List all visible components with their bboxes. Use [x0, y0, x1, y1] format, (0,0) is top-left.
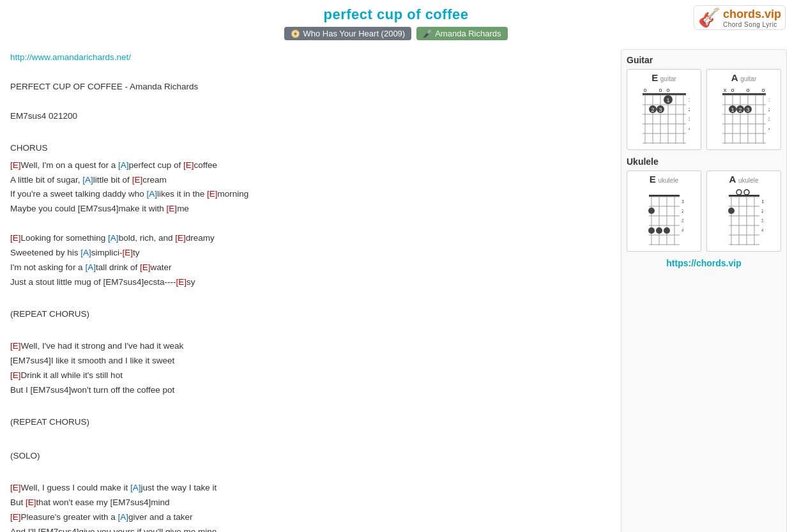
chord-e-2[interactable]: [E] [183, 160, 194, 170]
chord-a-8[interactable]: [A] [118, 512, 128, 522]
chord-e-13[interactable]: [E] [10, 483, 21, 492]
chord-e-10[interactable]: [E] [176, 277, 187, 287]
artist-icon: 🎤 [423, 29, 432, 38]
svg-text:4fr: 4fr [689, 126, 690, 132]
svg-text:4fr: 4fr [761, 227, 763, 233]
chord-a-5[interactable]: [A] [80, 248, 91, 257]
guitar-a-diagram: A guitar x o o o [706, 69, 781, 150]
guitar-a-name: A [731, 72, 738, 83]
svg-text:1fr: 1fr [768, 97, 770, 103]
guitar-a-svg: x o o o [719, 83, 770, 147]
svg-text:3fr: 3fr [761, 218, 763, 224]
artist-tag[interactable]: 🎤 Amanda Richards [416, 27, 507, 40]
chord-e-4[interactable]: [E] [207, 189, 218, 199]
svg-text:1fr: 1fr [682, 199, 683, 204]
lyric-line-11: [E]Drink it all while it's still hot [10, 369, 616, 383]
ukulele-e-type: ukulele [658, 177, 678, 184]
chord-a-7[interactable]: [A] [130, 483, 141, 492]
solo-label: (SOLO) [10, 449, 616, 464]
chord-a-2[interactable]: [A] [82, 175, 93, 185]
chord-e-12[interactable]: [E] [10, 370, 21, 380]
svg-text:3fr: 3fr [689, 116, 690, 122]
svg-point-69 [648, 227, 655, 234]
svg-text:1fr: 1fr [761, 199, 763, 204]
main-layout: http://www.amandarichards.net/ PERFECT C… [0, 44, 792, 532]
chord-e-5[interactable]: [E] [167, 204, 178, 213]
header-tags: 📀 Who Has Your Heart (2009) 🎤 Amanda Ric… [0, 27, 792, 40]
album-tag[interactable]: 📀 Who Has Your Heart (2009) [284, 27, 411, 40]
panel-site-url[interactable]: https://chords.vip [627, 258, 781, 268]
guitar-label: Guitar [627, 55, 781, 65]
chord-e-11[interactable]: [E] [10, 341, 21, 351]
chord-a-3[interactable]: [A] [146, 189, 157, 199]
svg-point-73 [744, 190, 749, 195]
chord-a-6[interactable]: [A] [85, 262, 96, 272]
ukulele-e-name: E [650, 174, 656, 185]
ukulele-a-type: ukulele [738, 177, 759, 184]
lyric-line-16: And I'll [EM7sus4]give you yours if you'… [10, 525, 616, 532]
lyrics-url[interactable]: http://www.amandarichards.net/ [10, 50, 616, 65]
chord-e-3[interactable]: [E] [132, 175, 143, 185]
guitar-icon: 🎸 [698, 7, 720, 28]
chorus-label: CHORUS [10, 141, 616, 156]
guitar-e-svg: o o o [639, 83, 690, 147]
ukulele-chord-row: E ukulele [627, 171, 781, 252]
page-header: perfect cup of coffee 📀 Who Has Your Hea… [0, 0, 792, 44]
svg-point-89 [728, 208, 735, 214]
logo-sub-text: Chord Song Lyric [723, 21, 777, 28]
svg-text:x: x [723, 87, 726, 93]
chord-e-6[interactable]: [E] [10, 233, 21, 243]
svg-text:2fr: 2fr [761, 208, 763, 214]
page-title: perfect cup of coffee [0, 6, 792, 23]
lyric-line-12: But I [EM7sus4]won't turn off the coffee… [10, 383, 616, 398]
svg-text:o: o [643, 87, 646, 93]
svg-point-71 [648, 208, 655, 214]
chord-panel: Guitar E guitar o o o [621, 49, 787, 532]
lyric-line-13: [E]Well, I guess I could make it [A]just… [10, 481, 616, 496]
lyrics-area: http://www.amandarichards.net/ PERFECT C… [5, 47, 621, 532]
chord-e-8[interactable]: [E] [123, 248, 133, 257]
chord-a-1[interactable]: [A] [118, 160, 129, 170]
lyric-line-15: [E]Pleasure's greater with a [A]giver an… [10, 510, 616, 525]
album-label: Who Has Your Heart (2009) [303, 29, 405, 38]
guitar-a-type: guitar [740, 75, 756, 82]
chord-e-1[interactable]: [E] [10, 160, 21, 170]
svg-text:1: 1 [666, 97, 669, 103]
ukulele-label: Ukulele [627, 156, 781, 167]
site-logo[interactable]: 🎸 chords.vip Chord Song Lyric [694, 5, 786, 30]
chord-e-14[interactable]: [E] [26, 498, 36, 507]
ukulele-a-diagram: A ukulele [706, 171, 781, 252]
svg-text:o: o [659, 87, 662, 93]
svg-text:o: o [666, 87, 669, 93]
svg-text:3fr: 3fr [768, 116, 770, 122]
lyrics-url-link[interactable]: http://www.amandarichards.net/ [10, 52, 131, 62]
lyric-line-5: [E]Looking for something [A]bold, rich, … [10, 231, 616, 246]
ukulele-a-svg: 1fr 2fr 3fr 4fr [725, 185, 763, 248]
chord-e-7[interactable]: [E] [175, 233, 186, 243]
lyric-line-9: [E]Well, I've had it strong and I've had… [10, 339, 616, 354]
svg-text:3: 3 [659, 107, 662, 113]
chord-e-15[interactable]: [E] [10, 512, 21, 522]
svg-text:1: 1 [731, 107, 734, 113]
svg-text:o: o [761, 87, 765, 93]
artist-label: Amanda Richards [435, 29, 501, 38]
lyric-line-4: Maybe you could [EM7sus4]make it with [E… [10, 202, 616, 217]
repeat-chorus-2: (REPEAT CHORUS) [10, 415, 616, 430]
chord-a-4[interactable]: [A] [108, 233, 119, 243]
logo-text-block: chords.vip Chord Song Lyric [723, 8, 781, 28]
svg-text:4fr: 4fr [682, 227, 683, 233]
logo-chords-text: chords.vip [723, 8, 781, 21]
svg-text:2fr: 2fr [768, 107, 770, 112]
svg-text:3fr: 3fr [682, 218, 683, 224]
em7sus4-note: EM7sus4 021200 [10, 109, 616, 124]
svg-text:o: o [746, 87, 749, 93]
chord-e-9[interactable]: [E] [140, 262, 151, 272]
lyric-line-8: Just a stout little mug of [EM7sus4]ecst… [10, 275, 616, 290]
ukulele-e-svg: 1fr 2fr 3fr 4fr [645, 185, 683, 248]
guitar-e-diagram: E guitar o o o [627, 69, 701, 150]
guitar-chord-row: E guitar o o o [627, 69, 781, 150]
lyrics-credit: PERFECT CUP OF COFFEE - Amanda Richards [10, 80, 616, 95]
album-icon: 📀 [291, 29, 300, 38]
svg-point-68 [656, 227, 662, 234]
lyric-line-3: If you're a sweet talking daddy who [A]l… [10, 187, 616, 202]
